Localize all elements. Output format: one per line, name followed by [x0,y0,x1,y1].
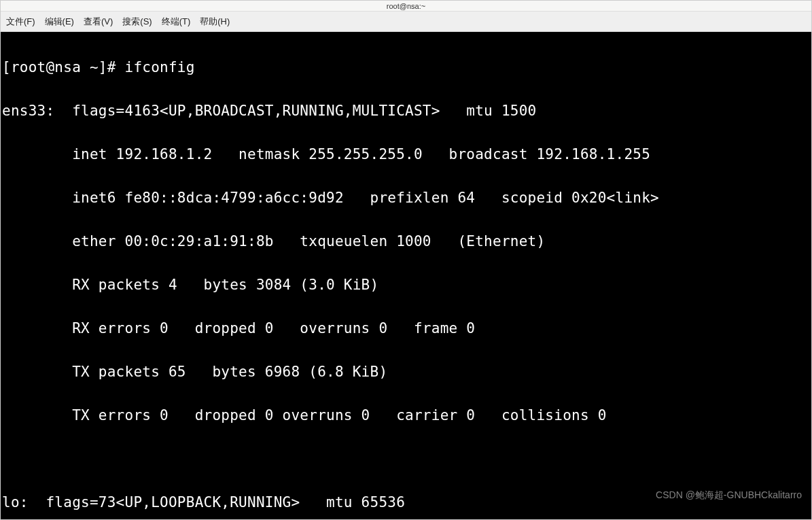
menu-view[interactable]: 查看(V) [84,16,113,28]
menubar: 文件(F) 编辑(E) 查看(V) 搜索(S) 终端(T) 帮助(H) [1,12,811,32]
prompt-line: [root@nsa ~]# ifconfig [2,56,810,78]
window-title: root@nsa:~ [387,2,425,10]
ens33-inet: inet 192.168.1.2 netmask 255.255.255.0 b… [2,143,810,165]
ens33-txp: TX packets 65 bytes 6968 (6.8 KiB) [2,361,810,383]
ens33-rxp: RX packets 4 bytes 3084 (3.0 KiB) [2,274,810,296]
menu-file[interactable]: 文件(F) [6,16,35,28]
watermark: CSDN @鲍海超-GNUBHCkalitarro [656,484,802,506]
terminal-window: root@nsa:~ 文件(F) 编辑(E) 查看(V) 搜索(S) 终端(T)… [0,0,812,520]
ens33-rxe: RX errors 0 dropped 0 overruns 0 frame 0 [2,317,810,339]
menu-help[interactable]: 帮助(H) [200,16,230,28]
ens33-inet6: inet6 fe80::8dca:4799:a6cc:9d92 prefixle… [2,187,810,209]
ens33-txe: TX errors 0 dropped 0 overruns 0 carrier… [2,404,810,426]
menu-edit[interactable]: 编辑(E) [45,16,74,28]
menu-search[interactable]: 搜索(S) [122,16,152,28]
ens33-header: ens33: flags=4163<UP,BROADCAST,RUNNING,M… [2,100,810,122]
menu-terminal[interactable]: 终端(T) [162,16,191,28]
titlebar: root@nsa:~ [1,1,811,12]
blank-line [2,448,810,470]
ens33-ether: ether 00:0c:29:a1:91:8b txqueuelen 1000 … [2,230,810,252]
terminal-output[interactable]: [root@nsa ~]# ifconfig ens33: flags=4163… [1,32,811,519]
